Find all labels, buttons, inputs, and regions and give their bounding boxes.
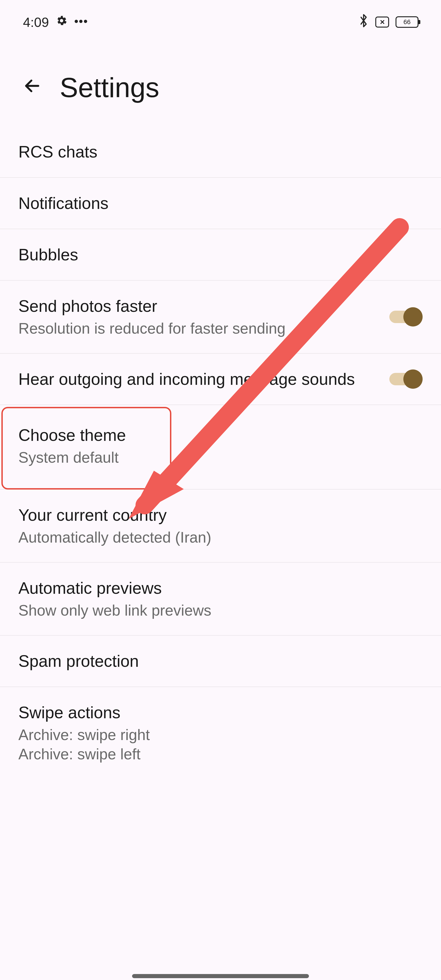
toggle-send-photos[interactable]: [388, 308, 423, 326]
rotation-lock-icon: [375, 16, 389, 27]
setting-title: Notifications: [18, 194, 108, 213]
page-title: Settings: [60, 72, 159, 103]
setting-swipe-actions[interactable]: Swipe actions Archive: swipe right Archi…: [0, 687, 441, 772]
setting-title: Hear outgoing and incoming message sound…: [18, 370, 355, 388]
settings-status-icon: [56, 15, 67, 29]
more-status-icon: •••: [74, 14, 88, 28]
setting-automatic-previews[interactable]: Automatic previews Show only web link pr…: [0, 563, 441, 636]
nav-handle[interactable]: [132, 974, 309, 978]
setting-bubbles[interactable]: Bubbles: [0, 229, 441, 281]
battery-indicator: 66: [395, 16, 420, 28]
setting-rcs-chats[interactable]: RCS chats: [0, 126, 441, 178]
back-button[interactable]: [23, 77, 41, 98]
status-time: 4:09: [23, 14, 49, 30]
status-bar: 4:09 ••• 66: [0, 0, 441, 40]
bluetooth-icon: [358, 14, 369, 30]
setting-send-photos-faster[interactable]: Send photos faster Resolution is reduced…: [0, 281, 441, 353]
setting-subtitle: Archive: swipe left: [18, 745, 150, 763]
setting-choose-theme[interactable]: Choose theme System default: [0, 405, 441, 490]
setting-subtitle: Archive: swipe right: [18, 726, 150, 743]
setting-notifications[interactable]: Notifications: [0, 178, 441, 229]
app-header: Settings: [0, 40, 441, 126]
setting-title: Spam protection: [18, 652, 139, 670]
setting-message-sounds[interactable]: Hear outgoing and incoming message sound…: [0, 353, 441, 405]
setting-current-country[interactable]: Your current country Automatically detec…: [0, 490, 441, 563]
setting-subtitle: Show only web link previews: [18, 601, 211, 619]
setting-subtitle: Automatically detected (Iran): [18, 528, 211, 546]
setting-title: Swipe actions: [18, 703, 150, 722]
setting-title: Choose theme: [18, 426, 126, 444]
setting-title: Automatic previews: [18, 579, 211, 597]
setting-subtitle: Resolution is reduced for faster sending: [18, 320, 285, 337]
setting-spam-protection[interactable]: Spam protection: [0, 636, 441, 687]
toggle-message-sounds[interactable]: [388, 370, 423, 388]
setting-title: Send photos faster: [18, 297, 285, 315]
setting-subtitle: System default: [18, 449, 126, 466]
setting-title: RCS chats: [18, 142, 97, 161]
setting-title: Bubbles: [18, 245, 78, 264]
setting-title: Your current country: [18, 506, 211, 525]
